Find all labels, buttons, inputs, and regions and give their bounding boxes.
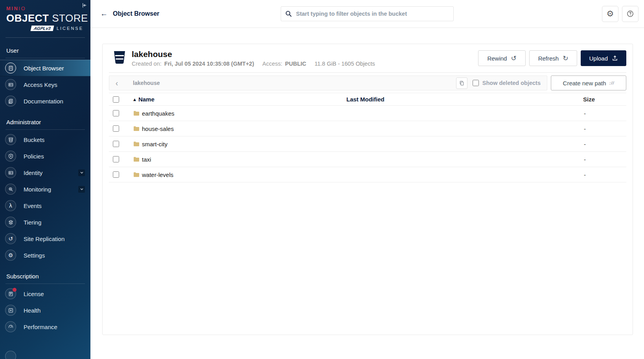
pathbar-row: ‹ lakehouse Show deleted objects <box>109 75 626 90</box>
rewind-button[interactable]: Rewind ↺ <box>478 50 525 66</box>
column-header-name[interactable]: Name <box>138 96 155 103</box>
row-checkbox[interactable] <box>113 125 119 132</box>
gear-icon: ⚙ <box>607 9 614 18</box>
chevron-down-icon <box>78 169 85 176</box>
sidebar-item-license[interactable]: License <box>0 285 90 302</box>
table-header-row: ▲ Name Last Modified Size <box>109 93 626 106</box>
row-checkbox[interactable] <box>113 110 119 116</box>
copy-path-button[interactable] <box>456 77 467 89</box>
sidebar-item-object-browser[interactable]: Object Browser <box>0 60 90 76</box>
sidebar-item-site-replication[interactable]: ↺ Site Replication <box>0 230 90 247</box>
main-area: ← Object Browser ⚙ <box>90 0 644 359</box>
sidebar-item-identity[interactable]: Identity <box>0 164 90 181</box>
divider <box>6 58 85 58</box>
path-icon: :// <box>609 81 615 85</box>
sidebar-collapse-icon[interactable] <box>81 2 87 9</box>
topbar-actions: ⚙ <box>602 6 638 22</box>
folder-icon <box>133 141 140 147</box>
folder-icon <box>133 156 140 162</box>
create-new-path-button[interactable]: Create new path :// <box>551 75 626 90</box>
table-row[interactable]: water-levels - <box>109 167 626 182</box>
help-icon <box>626 10 634 18</box>
rewind-icon: ↺ <box>511 54 516 62</box>
divider <box>6 284 85 284</box>
license-icon <box>5 288 16 299</box>
minio-wordmark: MINIO <box>6 6 84 11</box>
select-all-checkbox[interactable] <box>113 96 119 103</box>
column-header-size[interactable]: Size <box>567 96 626 103</box>
section-label-administrator: Administrator <box>0 109 90 129</box>
search-input[interactable] <box>296 11 449 17</box>
bucket-browser-card: lakehouse Created on: Fri, Jul 05 2024 1… <box>102 44 633 335</box>
chevron-down-icon <box>78 186 85 193</box>
tiering-icon <box>5 217 16 228</box>
column-header-last-modified[interactable]: Last Modified <box>346 96 567 103</box>
show-deleted-checkbox[interactable] <box>473 80 479 86</box>
page-title: Object Browser <box>113 10 159 17</box>
row-checkbox[interactable] <box>113 156 119 162</box>
pathbar: ‹ lakehouse Show deleted objects <box>109 75 547 90</box>
objects-table: ▲ Name Last Modified Size earthquakes <box>109 93 626 182</box>
section-label-subscription: Subscription <box>0 263 90 284</box>
bucket-meta: Created on: Fri, Jul 05 2024 10:35:08 (G… <box>132 61 375 67</box>
upload-icon <box>612 55 618 61</box>
access-value: PUBLIC <box>285 61 306 67</box>
path-back-chevron-icon[interactable]: ‹ <box>109 76 124 90</box>
upload-button[interactable]: Upload <box>581 50 626 66</box>
topbar: ← Object Browser ⚙ <box>90 0 644 28</box>
license-line: AGPLv3 LICENSE <box>6 26 84 31</box>
content: lakehouse Created on: Fri, Jul 05 2024 1… <box>90 28 644 359</box>
bucket-summary: 11.8 GiB - 1605 Objects <box>315 61 375 67</box>
documentation-icon <box>5 96 16 107</box>
sidebar-item-health[interactable]: Health <box>0 302 90 318</box>
help-button[interactable] <box>622 6 638 22</box>
divider <box>6 129 85 130</box>
table-row[interactable]: taxi - <box>109 152 626 167</box>
buckets-icon <box>5 134 16 145</box>
folder-icon <box>133 172 140 177</box>
settings-gear-icon: ⚙ <box>5 250 16 261</box>
back-arrow-icon[interactable]: ← <box>100 9 108 18</box>
bucket-info: lakehouse Created on: Fri, Jul 05 2024 1… <box>132 50 375 67</box>
table-row[interactable]: smart-city - <box>109 136 626 152</box>
app-root: MINIO OBJECT STORE AGPLv3 LICENSE User <box>0 0 644 359</box>
sidebar-item-access-keys[interactable]: Access Keys <box>0 76 90 93</box>
created-value: Fri, Jul 05 2024 10:35:08 (GMT+2) <box>164 61 254 67</box>
access-label: Access: <box>262 61 282 67</box>
folder-icon <box>133 110 140 116</box>
row-checkbox[interactable] <box>113 141 119 147</box>
sidebar-item-events[interactable]: λ Events <box>0 197 90 214</box>
sidebar-item-settings[interactable]: ⚙ Settings <box>0 247 90 263</box>
events-icon: λ <box>5 200 16 211</box>
sidebar-item-tiering[interactable]: Tiering <box>0 214 90 230</box>
search-box <box>281 6 454 21</box>
show-deleted-toggle[interactable]: Show deleted objects <box>473 80 541 86</box>
search-icon <box>285 10 292 17</box>
sort-ascending-icon[interactable]: ▲ <box>133 98 136 101</box>
sidebar-item-buckets[interactable]: Buckets <box>0 131 90 148</box>
table-row[interactable]: house-sales - <box>109 121 626 136</box>
identity-icon <box>5 167 16 178</box>
product-title: OBJECT STORE <box>6 12 84 24</box>
bucket-icon <box>113 50 126 66</box>
sidebar-item-performance[interactable]: Performance <box>0 318 90 335</box>
sidebar-item-documentation[interactable]: Documentation <box>0 93 90 109</box>
row-checkbox[interactable] <box>113 171 119 178</box>
object-browser-icon <box>5 63 16 74</box>
refresh-button[interactable]: Refresh ↻ <box>529 50 578 66</box>
bucket-header: lakehouse Created on: Fri, Jul 05 2024 1… <box>109 44 626 73</box>
table-row[interactable]: earthquakes - <box>109 106 626 121</box>
sidebar-item-partial-icon <box>5 351 16 359</box>
sidebar-item-monitoring[interactable]: Monitoring <box>0 181 90 197</box>
bucket-name: lakehouse <box>132 50 375 59</box>
current-path: lakehouse <box>133 80 160 86</box>
bucket-actions: Rewind ↺ Refresh ↻ Upload <box>478 50 626 66</box>
section-label-user: User <box>0 38 90 58</box>
refresh-icon: ↻ <box>563 54 568 62</box>
agpl-badge: AGPLv3 <box>31 26 54 31</box>
monitoring-icon <box>5 184 16 195</box>
settings-button[interactable]: ⚙ <box>602 6 618 22</box>
sidebar-item-policies[interactable]: Policies <box>0 148 90 164</box>
created-label: Created on: <box>132 61 162 67</box>
site-replication-icon: ↺ <box>5 233 16 244</box>
